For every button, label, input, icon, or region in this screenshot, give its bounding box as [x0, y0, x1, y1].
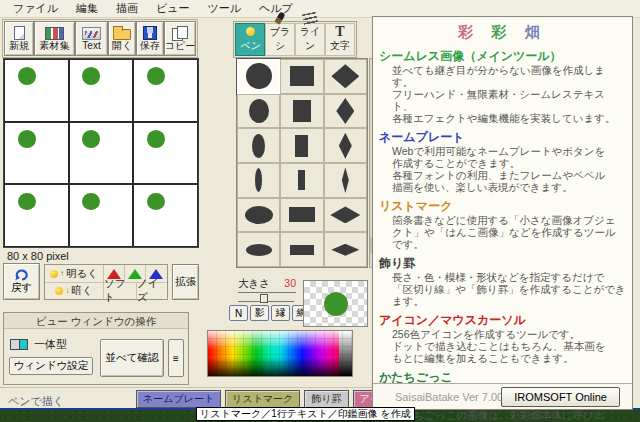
open-folder-icon: [113, 29, 131, 40]
drawn-circle: [82, 193, 100, 211]
copy-icon: [172, 26, 188, 40]
canvas-tile[interactable]: [4, 59, 69, 122]
shape-cell[interactable]: [237, 94, 280, 129]
shape-cell[interactable]: [237, 163, 280, 198]
tool-button[interactable]: ペン: [235, 23, 265, 56]
toolbar-button[interactable]: 保存: [136, 21, 164, 56]
toolbar-button[interactable]: 新規: [4, 21, 34, 56]
canvas-tile[interactable]: [69, 184, 134, 247]
shape-cell[interactable]: [280, 59, 323, 94]
shape-swatch: [298, 170, 305, 190]
app-title-char: 彩: [492, 23, 514, 40]
tool-button[interactable]: ブラシ: [265, 23, 295, 56]
shape-cell[interactable]: [280, 94, 323, 129]
shape-swatch: [245, 206, 273, 224]
drawn-circle: [147, 67, 165, 85]
bottom-tab[interactable]: 飾り罫: [304, 390, 348, 408]
menu-item[interactable]: 編集: [67, 0, 107, 18]
shape-cell[interactable]: [237, 59, 280, 94]
brush-preview-dot: [324, 292, 348, 316]
render-mode-button[interactable]: N: [229, 305, 248, 321]
shape-cell[interactable]: [324, 163, 367, 198]
info-section: リストマーク 箇条書きなどに使用する「小さな画像オブジェ クト」や「はんこ画像」…: [379, 200, 626, 250]
darken-button[interactable]: ↓ 暗く: [45, 283, 103, 299]
menu-item[interactable]: ファイル: [4, 0, 67, 18]
shape-cell[interactable]: [324, 198, 367, 233]
draw-tool-palette: ペン ブラシ ライン 文字: [233, 21, 357, 58]
shape-cell[interactable]: [280, 128, 323, 163]
new-document-icon: [14, 26, 25, 40]
render-mode-button[interactable]: 影: [250, 305, 269, 321]
info-section: ネームプレート Webで利用可能なネームプレートやボタンを 作成することができま…: [379, 131, 626, 193]
brush-preview: [303, 280, 368, 327]
shape-swatch: [330, 206, 360, 223]
size-slider-thumb[interactable]: [260, 294, 268, 303]
tooltip: リストマーク／1行テキスト／印鑑画像 を作成: [196, 407, 415, 421]
save-disk-icon: [143, 26, 157, 40]
canvas-tile[interactable]: [133, 184, 198, 247]
brighten-button[interactable]: ↑ 明るく: [45, 265, 103, 282]
tool-button-label: ライン: [296, 25, 324, 53]
shape-cell[interactable]: [280, 232, 323, 267]
tool-button[interactable]: 文字: [325, 23, 355, 56]
color-palette[interactable]: [207, 330, 353, 377]
shape-cell[interactable]: [237, 128, 280, 163]
toolbar-button-label: 保存: [140, 41, 160, 51]
shape-swatch: [255, 168, 262, 192]
toolbar-button[interactable]: Text: [75, 21, 108, 56]
drawn-circle: [18, 130, 36, 148]
canvas-tile[interactable]: [69, 59, 134, 122]
shape-swatch: [336, 98, 354, 124]
bottom-tool-tabs: ネームプレート リストマーク 飾り罫 アイコン: [136, 390, 408, 408]
info-section-body: 256色アイコンを作成するツールです。 ドットで描き込むことはもちろん、基本画を…: [379, 328, 626, 364]
drawing-canvas[interactable]: [3, 58, 199, 248]
menu-item[interactable]: ヘルプ: [250, 0, 302, 18]
canvas-tile[interactable]: [4, 184, 69, 247]
window-settings-button[interactable]: ウィンドウ設定: [9, 357, 93, 375]
online-button[interactable]: IROMSOFT Online: [501, 387, 620, 407]
info-section-heading: アイコン／マウスカーソル: [379, 314, 626, 327]
tile-check-button[interactable]: 並べて確認: [100, 339, 164, 377]
undo-button[interactable]: 戻す: [3, 263, 40, 300]
shape-cell[interactable]: [324, 59, 367, 94]
drawn-circle: [82, 130, 100, 148]
toolbar-button[interactable]: 開く: [108, 21, 136, 56]
tool-button[interactable]: ライン: [295, 23, 325, 56]
canvas-tile[interactable]: [69, 122, 134, 185]
noise-button[interactable]: ノイズ: [136, 283, 167, 299]
size-control: 大きさ 30: [238, 277, 296, 293]
canvas-tile[interactable]: [133, 122, 198, 185]
info-section: シームレス画像（メインツール） 並べても継ぎ目が分からない画像を作成します。 フ…: [379, 50, 626, 124]
shape-cell[interactable]: [324, 94, 367, 129]
canvas-tile[interactable]: [4, 122, 69, 185]
shape-cell[interactable]: [237, 198, 280, 233]
shape-cell[interactable]: [237, 232, 280, 267]
canvas-tile[interactable]: [133, 59, 198, 122]
menu-item[interactable]: 描画: [107, 0, 147, 18]
undo-arrow-icon: [14, 268, 30, 281]
info-section-heading: 飾り罫: [379, 257, 626, 270]
toolbar-button[interactable]: コピー: [164, 21, 196, 56]
expand-button[interactable]: 拡張: [172, 264, 199, 300]
shape-cell[interactable]: [324, 128, 367, 163]
shape-cell[interactable]: [280, 198, 323, 233]
shape-cell[interactable]: [280, 163, 323, 198]
render-mode-button[interactable]: 縁: [271, 305, 290, 321]
size-value: 30: [284, 277, 296, 291]
window-mode-icon: [10, 339, 28, 350]
size-slider[interactable]: [238, 292, 294, 302]
app-window: ファイル 編集 描画 ビュー ツール ヘルプ 新規 素材集 Te: [0, 0, 640, 410]
more-button[interactable]: ≡: [168, 339, 184, 377]
bottom-tab[interactable]: ネームプレート: [136, 390, 221, 408]
soft-button[interactable]: ソフト: [103, 283, 136, 299]
view-window-group-title: ビュー ウィンドウの操作: [4, 313, 188, 329]
drawn-circle: [147, 193, 165, 211]
render-mode-buttons: N 影 縁 網: [229, 305, 311, 321]
info-panel-footer: SaisaiBatake Ver 7.00 IROMSOFT Online: [373, 383, 632, 409]
menu-item[interactable]: ツール: [199, 0, 251, 18]
toolbar-button[interactable]: 素材集: [34, 21, 75, 56]
view-window-group: ビュー ウィンドウの操作 一体型 ウィンドウ設定 並べて確認 ≡: [3, 312, 189, 385]
shape-cell[interactable]: [324, 232, 367, 267]
bottom-tab[interactable]: リストマーク: [225, 390, 300, 408]
menu-item[interactable]: ビュー: [147, 0, 199, 18]
